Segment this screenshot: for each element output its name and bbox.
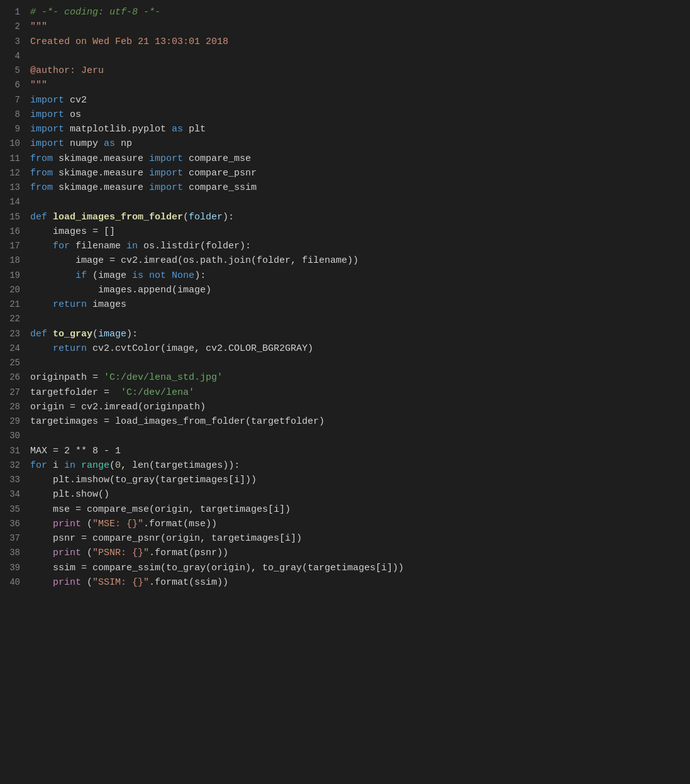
token-plain: (	[92, 329, 98, 340]
token-defname: to_gray	[53, 329, 92, 340]
line-content: Created on Wed Feb 21 13:03:01 2018	[30, 35, 228, 49]
token-plain: cv2.cvtColor(image, cv2.COLOR_BGR2GRAY)	[87, 343, 313, 354]
token-plain	[30, 519, 53, 529]
code-line: 24 return cv2.cvtColor(image, cv2.COLOR_…	[0, 341, 690, 356]
token-plain	[47, 212, 53, 223]
token-number: 0	[115, 460, 121, 471]
token-plain: cv2	[64, 95, 87, 106]
code-line: 14	[0, 195, 690, 209]
code-line: 33 plt.imshow(to_gray(targetimages[i]))	[0, 473, 690, 487]
line-number: 37	[0, 532, 20, 546]
token-plain: compare_psnr	[183, 168, 257, 179]
token-keyword: as	[172, 124, 183, 135]
code-line: 6"""	[0, 78, 690, 92]
code-line: 40 print ("SSIM: {}".format(ssim))	[0, 575, 690, 590]
token-keyword: from	[30, 153, 53, 164]
token-plain: (	[81, 519, 92, 529]
token-plain: (	[183, 212, 189, 223]
token-plain: images = []	[30, 226, 115, 237]
token-keyword: in	[126, 241, 138, 251]
token-plain: ):	[126, 329, 138, 340]
token-keyword: import	[149, 153, 183, 164]
line-number: 16	[0, 225, 20, 239]
line-content: targetimages = load_images_from_folder(t…	[30, 414, 325, 429]
line-number: 20	[0, 284, 20, 297]
token-plain: ):	[194, 270, 206, 281]
token-plain: skimage.measure	[53, 182, 149, 193]
token-plain: originpath =	[30, 372, 104, 383]
line-content	[30, 356, 36, 370]
token-keyword: import	[30, 109, 64, 120]
token-pstring: "SSIM: {}"	[92, 577, 149, 588]
token-magenta: print	[53, 548, 81, 558]
line-number: 14	[0, 196, 20, 209]
token-keyword: as	[104, 138, 115, 149]
token-plain: images.append(image)	[30, 285, 211, 295]
token-plain: skimage.measure	[53, 168, 149, 179]
token-plain: mse = compare_mse(origin, targetimages[i…	[30, 504, 291, 515]
line-content: originpath = 'C:/dev/lena_std.jpg'	[30, 370, 223, 385]
line-content: def to_gray(image):	[30, 327, 138, 341]
line-content: """	[30, 19, 47, 34]
token-keyword: import	[149, 182, 183, 193]
line-content: print ("PSNR: {}".format(psnr))	[30, 546, 228, 560]
code-line: 13from skimage.measure import compare_ss…	[0, 180, 690, 195]
code-line: 26originpath = 'C:/dev/lena_std.jpg'	[0, 370, 690, 385]
line-number: 40	[0, 576, 20, 590]
line-number: 25	[0, 356, 20, 370]
line-number: 33	[0, 473, 20, 487]
token-def: def	[30, 212, 47, 223]
token-string: """	[30, 80, 47, 91]
code-line: 20 images.append(image)	[0, 283, 690, 297]
line-number: 38	[0, 546, 20, 560]
line-content	[30, 312, 36, 326]
token-keyword: not	[149, 270, 166, 281]
token-plain: ):	[223, 212, 234, 223]
token-keyword: import	[30, 138, 64, 149]
line-content: image = cv2.imread(os.path.join(folder, …	[30, 253, 359, 268]
code-line: 11from skimage.measure import compare_ms…	[0, 152, 690, 166]
line-content	[30, 429, 36, 443]
token-none: None	[172, 270, 194, 281]
token-plain: (	[109, 460, 115, 471]
line-content: from skimage.measure import compare_mse	[30, 152, 251, 166]
line-number: 30	[0, 429, 20, 443]
code-line: 34 plt.show()	[0, 487, 690, 502]
token-plain: i	[47, 460, 64, 471]
token-keyword: if	[75, 270, 87, 281]
token-plain: matplotlib.pyplot	[64, 124, 172, 135]
token-plain: psnr = compare_psnr(origin, targetimages…	[30, 533, 302, 544]
token-plain	[30, 270, 75, 281]
token-keyword: import	[30, 95, 64, 106]
token-builtin: range	[81, 460, 109, 471]
token-plain: targetfolder =	[30, 387, 115, 398]
code-line: 27targetfolder = 'C:/dev/lena'	[0, 385, 690, 400]
line-content: import cv2	[30, 93, 87, 108]
code-line: 32for i in range(0, len(targetimages)):	[0, 458, 690, 473]
line-number: 10	[0, 137, 20, 151]
code-line: 9import matplotlib.pyplot as plt	[0, 122, 690, 136]
line-number: 31	[0, 444, 20, 458]
token-plain: compare_mse	[183, 153, 251, 164]
token-plain	[30, 343, 53, 354]
code-line: 23def to_gray(image):	[0, 327, 690, 341]
code-editor: 1# -*- coding: utf-8 -*-2"""3Created on …	[0, 0, 690, 784]
line-content: import numpy as np	[30, 136, 132, 151]
line-content: MAX = 2 ** 8 - 1	[30, 444, 121, 458]
line-content: # -*- coding: utf-8 -*-	[30, 5, 160, 19]
line-number: 32	[0, 459, 20, 473]
line-number: 8	[0, 108, 20, 122]
code-line: 2"""	[0, 19, 690, 34]
token-keyword: for	[53, 241, 70, 251]
token-plain: compare_ssim	[183, 182, 257, 193]
code-line: 10import numpy as np	[0, 136, 690, 151]
token-plain: plt.imshow(to_gray(targetimages[i]))	[30, 475, 257, 485]
token-plain: filename	[70, 241, 126, 251]
line-content: for filename in os.listdir(folder):	[30, 239, 251, 253]
token-plain: MAX = 2 ** 8 - 1	[30, 446, 121, 456]
line-number: 13	[0, 181, 20, 195]
line-number: 1	[0, 6, 20, 19]
token-gstring: 'C:/dev/lena_std.jpg'	[104, 372, 223, 383]
token-plain: targetimages = load_images_from_folder(t…	[30, 416, 325, 427]
token-plain: .format(mse))	[143, 519, 217, 529]
